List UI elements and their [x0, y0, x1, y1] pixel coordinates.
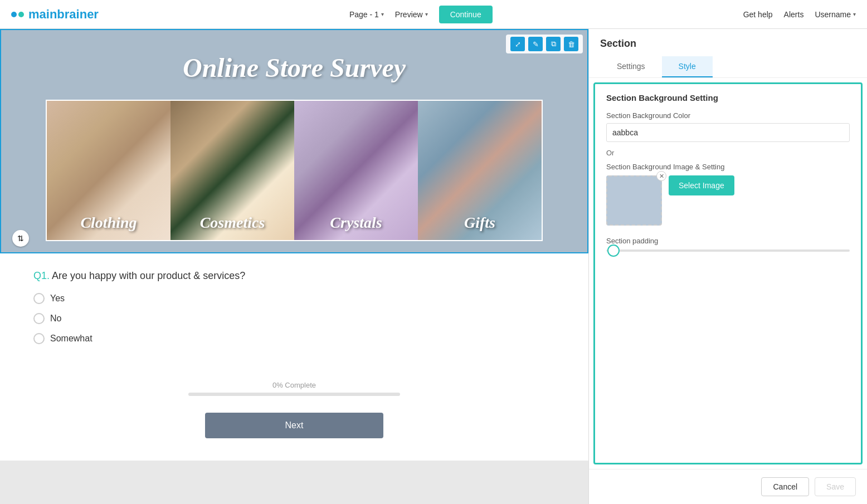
navbar-center: Page - 1 ▾ Preview ▾ Continue [349, 6, 493, 23]
survey-section: ⤢ ✎ ⧉ 🗑 Online Store Survey Clothing Co [0, 29, 588, 253]
preview-dropdown-label: Preview [395, 10, 423, 19]
question-number: Q1. [33, 270, 50, 281]
page-dropdown[interactable]: Page - 1 ▾ [349, 10, 384, 19]
navbar-left: mainbrainer [11, 7, 99, 22]
radio-option-yes[interactable]: Yes [33, 293, 555, 304]
image-label-gifts: Gifts [464, 214, 495, 232]
username-dropdown[interactable]: Username ▾ [815, 10, 856, 19]
section-toolbar: ⤢ ✎ ⧉ 🗑 [506, 35, 583, 53]
question-title: Q1. Are you happy with our product & ser… [33, 270, 555, 282]
radio-option-somewhat[interactable]: Somewhat [33, 333, 555, 344]
save-button[interactable]: Save [815, 477, 856, 496]
radio-circle-somewhat [33, 333, 45, 344]
cancel-button[interactable]: Cancel [761, 477, 809, 496]
logo-dot-blue [11, 12, 17, 17]
next-button[interactable]: Next [205, 413, 383, 438]
right-panel: Section Settings Style Section Backgroun… [588, 29, 867, 504]
question-text: Are you happy with our product & service… [52, 270, 245, 281]
preview-dropdown[interactable]: Preview ▾ [395, 10, 428, 19]
image-cell-bg-cosmetics: Cosmetics [171, 101, 294, 240]
panel-footer: Cancel Save [589, 469, 867, 504]
color-label: Section Background Color [606, 111, 850, 120]
color-input[interactable] [606, 123, 850, 142]
padding-label: Section padding [606, 237, 850, 245]
image-cell-gifts: Gifts [418, 101, 542, 240]
slider-track [606, 249, 850, 252]
radio-circle-yes [33, 293, 45, 304]
alerts-link[interactable]: Alerts [784, 10, 804, 19]
image-cell-crystals: Crystals [294, 101, 418, 240]
image-cell-cosmetics: Cosmetics [171, 101, 294, 240]
image-cell-clothing: Clothing [47, 101, 171, 240]
section-resize-handle[interactable]: ⇅ [12, 230, 29, 247]
radio-label-yes: Yes [50, 293, 65, 304]
image-close-button[interactable]: ✕ [656, 171, 666, 181]
survey-title-area: Online Store Survey [1, 30, 587, 100]
panel-header: Section Settings Style [589, 29, 867, 78]
image-cell-bg-crystals: Crystals [294, 101, 418, 240]
panel-tabs: Settings Style [600, 56, 856, 77]
main-layout: ⤢ ✎ ⧉ 🗑 Online Store Survey Clothing Co [0, 29, 867, 504]
page-dropdown-label: Page - 1 [349, 10, 379, 19]
progress-bar-background [188, 393, 400, 396]
preview-dropdown-arrow: ▾ [425, 11, 428, 17]
logo-dot-teal [18, 12, 24, 17]
image-label-clothing: Clothing [80, 214, 137, 232]
survey-title: Online Store Survey [12, 52, 576, 83]
page-dropdown-arrow: ▾ [381, 11, 384, 17]
continue-button[interactable]: Continue [439, 6, 493, 23]
logo-text: mainbrainer [28, 7, 99, 22]
image-upload-area: ✕ Select Image [606, 175, 850, 226]
delete-section-button[interactable]: 🗑 [564, 37, 578, 51]
slider-thumb[interactable] [607, 244, 620, 257]
image-label-crystals: Crystals [330, 214, 382, 232]
navbar-right: Get help Alerts Username ▾ [743, 10, 856, 19]
username-arrow: ▾ [853, 11, 856, 17]
panel-title: Section [600, 38, 856, 56]
radio-label-somewhat: Somewhat [50, 334, 92, 344]
move-section-button[interactable]: ⤢ [510, 37, 525, 51]
tab-settings[interactable]: Settings [600, 56, 662, 77]
radio-circle-no [33, 313, 45, 324]
radio-option-no[interactable]: No [33, 313, 555, 324]
radio-label-no: No [50, 314, 61, 324]
bg-image-label: Section Background Image & Setting [606, 163, 850, 171]
image-label-cosmetics: Cosmetics [200, 214, 265, 232]
image-preview-box [606, 175, 662, 226]
questions-area: Q1. Are you happy with our product & ser… [0, 253, 588, 370]
edit-section-button[interactable]: ✎ [528, 37, 543, 51]
navbar: mainbrainer Page - 1 ▾ Preview ▾ Continu… [0, 0, 867, 29]
section-bg-setting-title: Section Background Setting [606, 93, 850, 102]
next-area: Next [0, 402, 588, 461]
username-label: Username [815, 10, 851, 19]
logo-icon [11, 12, 24, 17]
select-image-button[interactable]: Select Image [669, 175, 734, 195]
padding-slider[interactable] [606, 249, 850, 252]
panel-content: Section Background Setting Section Backg… [593, 82, 863, 464]
duplicate-section-button[interactable]: ⧉ [546, 37, 561, 51]
progress-label: 0% Complete [33, 381, 555, 389]
image-cell-bg-gifts: Gifts [418, 101, 542, 240]
progress-area: 0% Complete [0, 370, 588, 402]
get-help-link[interactable]: Get help [743, 10, 773, 19]
image-cell-bg-clothing: Clothing [47, 101, 171, 240]
tab-style[interactable]: Style [662, 56, 713, 77]
image-grid: Clothing Cosmetics Crystals Gifts [46, 100, 543, 241]
canvas-area: ⤢ ✎ ⧉ 🗑 Online Store Survey Clothing Co [0, 29, 588, 504]
or-text: Or [606, 149, 850, 157]
